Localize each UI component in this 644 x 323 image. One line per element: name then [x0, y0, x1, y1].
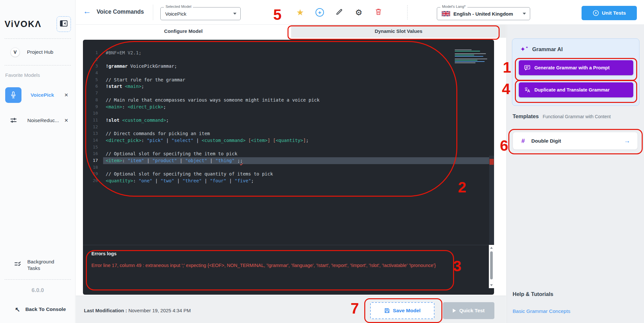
sidebar-item-project-hub[interactable]: V Project Hub [0, 47, 75, 57]
duplicate-translate-button[interactable]: Duplicate and Translate Grammar [519, 82, 633, 97]
divider [5, 279, 71, 280]
grammar-code-editor[interactable]: 1#BNF+EM V2.1;23!grammar VoicePickGramma… [83, 40, 494, 295]
add-model-button[interactable]: + [315, 8, 324, 17]
selected-model-label: Selected Model [164, 5, 193, 8]
divider [407, 5, 408, 20]
panel-collapse-icon [60, 20, 68, 28]
play-icon [453, 309, 456, 313]
sidebar-item-voicepick[interactable]: VoicePick ✕ [0, 87, 75, 103]
tab-bar: Configure Model Dynamic Slot Values [76, 25, 506, 38]
remove-favorite-icon[interactable]: ✕ [64, 118, 68, 123]
save-model-button[interactable]: Save Model [370, 302, 435, 319]
unit-tests-label: Unit Tests [602, 10, 626, 16]
code-line[interactable]: 14<direct_pick>: "pick" | "select" | <cu… [83, 137, 494, 144]
arrow-right-icon: → [624, 137, 630, 145]
code-line[interactable]: 12 [83, 124, 494, 131]
selected-model-select[interactable]: Selected Model VoicePick [160, 7, 241, 20]
code-line[interactable]: 4 [83, 70, 494, 77]
app-root: ViVOKΛ V Project Hub Favorite Models Voi… [0, 0, 644, 323]
sidebar-item-back-to-console[interactable]: ↖ Back To Console [0, 304, 75, 315]
back-button[interactable]: ← [83, 7, 91, 16]
code-line[interactable]: 20<quantity>: "one" | "two" | "three" | … [83, 177, 494, 184]
errors-scrollbar-thumb[interactable] [490, 251, 493, 279]
editor-scrollbar-thumb[interactable] [489, 156, 494, 244]
voicepick-label: VoicePick [31, 92, 64, 98]
model-lang-label: Model's Lang* [440, 5, 467, 8]
selected-model-value: VoicePick [165, 11, 233, 17]
sidebar: ViVOKΛ V Project Hub Favorite Models Voi… [0, 0, 75, 323]
code-line[interactable]: 8// Main rule that encompasses various w… [83, 97, 494, 104]
right-panel: ✦✦ Grammar AI Generate Grammar with a Pr… [506, 25, 644, 323]
unit-tests-button[interactable]: Unit Tests [582, 6, 637, 20]
save-model-label: Save Model [393, 308, 421, 314]
remove-favorite-icon[interactable]: ✕ [64, 92, 68, 98]
duplicate-translate-label: Duplicate and Translate Grammar [534, 87, 610, 92]
hash-icon: # [521, 137, 525, 145]
minimap[interactable] [455, 49, 492, 68]
project-hub-label: Project Hub [27, 49, 53, 55]
favorite-models-title: Favorite Models [5, 72, 40, 78]
scroll-up-icon[interactable] [490, 247, 493, 249]
translate-icon [524, 87, 530, 93]
chat-prompt-icon [524, 64, 530, 71]
favorite-star-button[interactable]: ★ [296, 8, 305, 17]
model-lang-select[interactable]: Model's Lang* English - United Kingdom [437, 7, 530, 20]
code-line[interactable]: 15 [83, 144, 494, 151]
code-line[interactable]: 11!slot <custom_command>; [83, 117, 494, 124]
sidebar-collapse-button[interactable] [57, 16, 71, 32]
divider [153, 5, 153, 20]
code-line[interactable]: 7 [83, 90, 494, 97]
back-to-console-label: Back To Console [25, 306, 66, 312]
lightning-circle-icon [593, 10, 599, 16]
tab-configure-model[interactable]: Configure Model [76, 25, 291, 38]
version-label: 6.0.0 [0, 287, 75, 294]
divider [5, 65, 71, 65]
errors-log-panel: Errors logs Error line 17, column 49 : e… [83, 245, 494, 295]
code-line[interactable]: 5// Start rule for the grammar [83, 77, 494, 83]
divider [5, 38, 71, 39]
tab-dynamic-slot-values[interactable]: Dynamic Slot Values [291, 25, 506, 38]
vivoka-logo: ViVOKΛ [5, 19, 42, 29]
quick-test-button[interactable]: Quick Test [443, 302, 494, 319]
scroll-down-icon[interactable] [490, 284, 493, 286]
errors-log-title: Errors logs [91, 251, 486, 256]
code-line[interactable]: 2 [83, 56, 494, 63]
code-line[interactable]: 18 [83, 164, 494, 171]
code-line[interactable]: 17<item>: "item" | "product" | "object" … [83, 157, 494, 164]
code-line[interactable]: 19// Optional slot for specifying the qu… [83, 171, 494, 177]
generate-grammar-button[interactable]: Generate Grammar with a Prompt [519, 60, 633, 75]
project-hub-icon: V [10, 48, 20, 57]
template-double-digit[interactable]: # Double Digit → [513, 132, 638, 150]
basic-grammar-concepts-link[interactable]: Basic Grammar Concepts [513, 308, 570, 314]
templates-title: Templates [513, 113, 539, 119]
grammar-ai-title: Grammar AI [532, 46, 563, 52]
delete-model-button[interactable] [374, 8, 383, 17]
page-title: Voice Commands [97, 8, 144, 15]
workspace: 1#BNF+EM V2.1;23!grammar VoicePickGramma… [76, 38, 506, 296]
last-modification: Last Modification : November 19, 2025 4:… [84, 308, 191, 313]
code-line[interactable]: 6!start <main>; [83, 83, 494, 90]
code-line[interactable]: 13// Direct commands for picking an item [83, 130, 494, 137]
edit-model-button[interactable] [335, 8, 344, 17]
background-tasks-label: Background Tasks [27, 259, 54, 272]
template-name: Double Digit [531, 138, 624, 144]
code-line[interactable]: 1#BNF+EM V2.1; [83, 49, 494, 56]
arrow-up-left-icon: ↖ [15, 306, 20, 313]
code-line[interactable]: 16// Optional slot for specifying the it… [83, 150, 494, 157]
code-line[interactable]: 3!grammar VoicePickGrammar; [83, 63, 494, 70]
code-lines: 1#BNF+EM V2.1;23!grammar VoicePickGramma… [83, 49, 494, 184]
code-line[interactable]: 9<main>: <direct_pick>; [83, 104, 494, 110]
microphone-icon [5, 87, 21, 103]
errors-scrollbar[interactable] [489, 245, 494, 288]
sidebar-item-noisereduc[interactable]: NoiseReduc... ✕ [0, 114, 75, 127]
sidebar-item-background-tasks[interactable]: Background Tasks [0, 257, 75, 273]
model-lang-value: English - United Kingdom [453, 11, 523, 17]
task-list-check-icon [14, 260, 21, 270]
grammar-ai-card: ✦✦ Grammar AI Generate Grammar with a Pr… [512, 38, 639, 106]
last-modification-label: Last Modification : [84, 308, 127, 313]
templates-subtitle: Functional Grammar with Content [543, 114, 610, 119]
model-settings-button[interactable]: ⚙ [354, 8, 363, 17]
code-line[interactable]: 10 [83, 110, 494, 117]
chevron-down-icon [523, 13, 526, 15]
sparkles-icon: ✦✦ [520, 46, 528, 52]
